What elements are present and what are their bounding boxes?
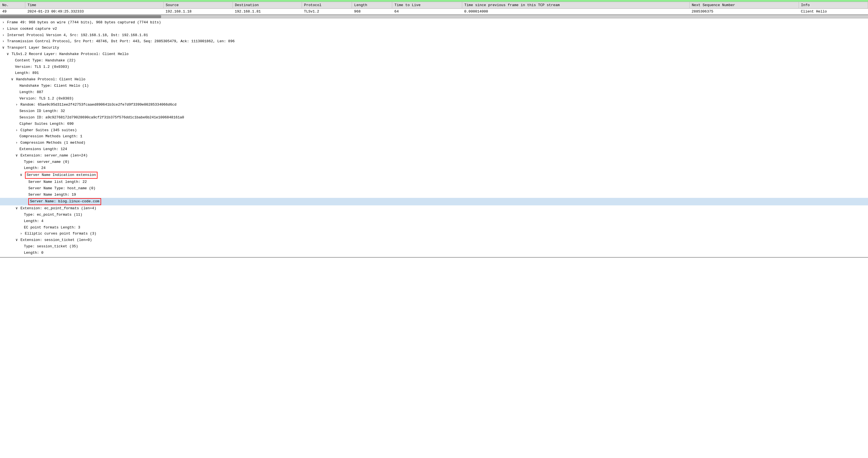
col-protocol[interactable]: Protocol — [302, 2, 352, 9]
tree-line[interactable]: Length: 24 — [0, 165, 868, 171]
tree-line-text: Frame 49: 968 bytes on wire (7744 bits),… — [7, 20, 161, 25]
collapse-arrow-icon: ∨ — [16, 153, 20, 158]
tree-line[interactable]: › Transmission Control Protocol, Src Por… — [0, 38, 868, 45]
tree-line[interactable]: Version: TLS 1.2 (0x0303) — [0, 64, 868, 70]
tree-line-text: Session ID: a9c92768172d79028690ca9cf2f3… — [20, 115, 184, 119]
tree-line[interactable]: Server Name length: 19 — [0, 192, 868, 198]
col-time-since-prev[interactable]: Time since previous frame in this TCP st… — [462, 2, 689, 9]
tree-line-text: Compression Methods Length: 1 — [20, 134, 82, 138]
tree-line-text: Extensions Length: 124 — [20, 147, 67, 151]
tree-line-text: Length: 24 — [24, 166, 45, 170]
tree-line[interactable]: Length: 891 — [0, 70, 868, 77]
expand-arrow-icon: › — [2, 39, 7, 44]
tree-line[interactable]: ∨ TLSv1.2 Record Layer: Handshake Protoc… — [0, 51, 868, 58]
tree-line-text: Server Name length: 19 — [28, 193, 76, 197]
tree-line-text: Random: 65ae9c95d311ee2f42753fcaaed89064… — [21, 103, 177, 107]
collapse-arrow-icon: ∨ — [7, 52, 11, 56]
collapse-arrow-icon: ∨ — [11, 77, 16, 81]
table-header-row: No. Time Source Destination Protocol Len… — [0, 2, 868, 9]
tree-line[interactable]: Length: 0 — [0, 250, 868, 256]
col-destination[interactable]: Destination — [232, 2, 302, 9]
expand-arrow-icon: › — [16, 141, 20, 145]
tree-line-text: EC point formats Length: 3 — [24, 225, 80, 230]
red-border-label: Server Name: blog.linux-code.com — [28, 198, 101, 205]
tree-line-text: Handshake Protocol: Client Hello — [16, 77, 86, 81]
scrollbar-area[interactable] — [0, 15, 868, 18]
collapse-arrow-icon: ∨ — [16, 238, 20, 242]
tree-line[interactable]: › Linux cooked capture v2 — [0, 26, 868, 32]
packet-table: No. Time Source Destination Protocol Len… — [0, 2, 868, 15]
tree-line-text: Length: 891 — [15, 71, 39, 75]
tree-line-text: Content Type: Handshake (22) — [15, 58, 75, 62]
tree-line[interactable]: Version: TLS 1.2 (0x0303) — [0, 95, 868, 102]
tree-line[interactable]: Length: 887 — [0, 89, 868, 95]
tree-line-text: Cipher Suites Length: 690 — [20, 122, 73, 126]
tree-line[interactable]: Length: 4 — [0, 218, 868, 225]
tree-line[interactable]: › Frame 49: 968 bytes on wire (7744 bits… — [0, 20, 868, 26]
tree-line-text: Extension: server_name (len=24) — [21, 153, 88, 158]
tree-line[interactable]: › Internet Protocol Version 4, Src: 192.… — [0, 32, 868, 39]
tree-line[interactable]: Cipher Suites Length: 690 — [0, 121, 868, 127]
tree-line[interactable]: EC point formats Length: 3 — [0, 225, 868, 231]
col-no[interactable]: No. — [0, 2, 25, 9]
tree-line[interactable]: › Cipher Suites (345 suites) — [0, 127, 868, 134]
tree-line[interactable]: Session ID Length: 32 — [0, 108, 868, 115]
tree-line[interactable]: ∨ Transport Layer Security — [0, 45, 868, 51]
tree-line-text: TLSv1.2 Record Layer: Handshake Protocol… — [12, 52, 129, 56]
tree-line-text: Transmission Control Protocol, Src Port:… — [7, 39, 235, 44]
col-time[interactable]: Time — [25, 2, 163, 9]
filter-bar[interactable] — [0, 0, 868, 2]
tree-line-text: Elliptic curves point formats (3) — [25, 231, 96, 236]
tree-line[interactable]: Compression Methods Length: 1 — [0, 134, 868, 140]
tree-line[interactable]: ∨ Extension: server_name (len=24) — [0, 152, 868, 159]
tree-line-text: Type: server_name (0) — [24, 160, 69, 164]
tree-line[interactable]: Extensions Length: 124 — [0, 146, 868, 152]
tree-line-text: Internet Protocol Version 4, Src: 192.16… — [7, 33, 148, 37]
tree-line-text: Extension: ec_point_formats (len=4) — [21, 206, 96, 210]
collapse-arrow-icon: ∨ — [20, 173, 25, 177]
packet-detail: › Frame 49: 968 bytes on wire (7744 bits… — [0, 18, 868, 258]
col-info[interactable]: Info — [799, 2, 868, 9]
tree-line[interactable]: Server Name Type: host_name (0) — [0, 185, 868, 192]
tree-line-text: Compression Methods (1 method) — [21, 141, 86, 145]
tree-line[interactable]: ∨ Handshake Protocol: Client Hello — [0, 77, 868, 83]
tree-line[interactable]: Server Name list length: 22 — [0, 179, 868, 185]
tree-line-text: Linux cooked capture v2 — [7, 27, 57, 31]
col-next-seq[interactable]: Next Sequence Number — [689, 2, 799, 9]
tree-line[interactable]: Handshake Type: Client Hello (1) — [0, 83, 868, 89]
scrollbar-thumb[interactable] — [0, 15, 161, 18]
tree-line-text: Server Name Type: host_name (0) — [28, 186, 96, 190]
tree-line[interactable]: Session ID: a9c92768172d79028690ca9cf2f3… — [0, 115, 868, 121]
collapse-arrow-icon: ∨ — [2, 46, 7, 50]
tree-line[interactable]: Type: ec_point_formats (11) — [0, 212, 868, 218]
tree-line[interactable]: › Compression Methods (1 method) — [0, 140, 868, 146]
expand-arrow-icon: › — [2, 27, 7, 31]
tree-line-text: Cipher Suites (345 suites) — [21, 128, 77, 132]
tree-line[interactable]: Type: session_ticket (35) — [0, 244, 868, 250]
tree-line[interactable]: ∨ Server Name Indication extension — [0, 171, 868, 179]
tree-line-text: Type: ec_point_formats (11) — [24, 212, 83, 217]
expand-arrow-icon: › — [2, 33, 7, 37]
red-border-label: Server Name Indication extension — [25, 172, 98, 179]
tree-line-text: Transport Layer Security — [7, 46, 59, 50]
expand-arrow-icon: › — [2, 20, 7, 25]
expand-arrow-icon: › — [16, 128, 20, 132]
table-row[interactable]: 492024-01-23 00:49:25.332333192.168.1.18… — [0, 9, 868, 15]
tree-line[interactable]: › Random: 65ae9c95d311ee2f42753fcaaed890… — [0, 102, 868, 108]
tree-line-text: Length: 4 — [24, 219, 43, 223]
tree-line[interactable]: Content Type: Handshake (22) — [0, 58, 868, 64]
tree-line[interactable]: › Elliptic curves point formats (3) — [0, 231, 868, 237]
col-source[interactable]: Source — [163, 2, 232, 9]
tree-line-text: Length: 887 — [20, 90, 43, 94]
tree-line[interactable]: ∨ Extension: session_ticket (len=0) — [0, 237, 868, 244]
tree-line[interactable]: Type: server_name (0) — [0, 159, 868, 165]
expand-arrow-icon: › — [16, 103, 20, 107]
tree-line-text: Server Name list length: 22 — [28, 180, 87, 184]
tree-line-text: Version: TLS 1.2 (0x0303) — [20, 96, 73, 101]
tree-line[interactable]: ∨ Extension: ec_point_formats (len=4) — [0, 205, 868, 212]
col-ttl[interactable]: Time to Live — [392, 2, 462, 9]
tree-line-text: Session ID Length: 32 — [20, 109, 65, 113]
col-length[interactable]: Length — [352, 2, 392, 9]
tree-line-text: Extension: session_ticket (len=0) — [21, 238, 92, 242]
tree-line[interactable]: Server Name: blog.linux-code.com — [0, 198, 868, 205]
